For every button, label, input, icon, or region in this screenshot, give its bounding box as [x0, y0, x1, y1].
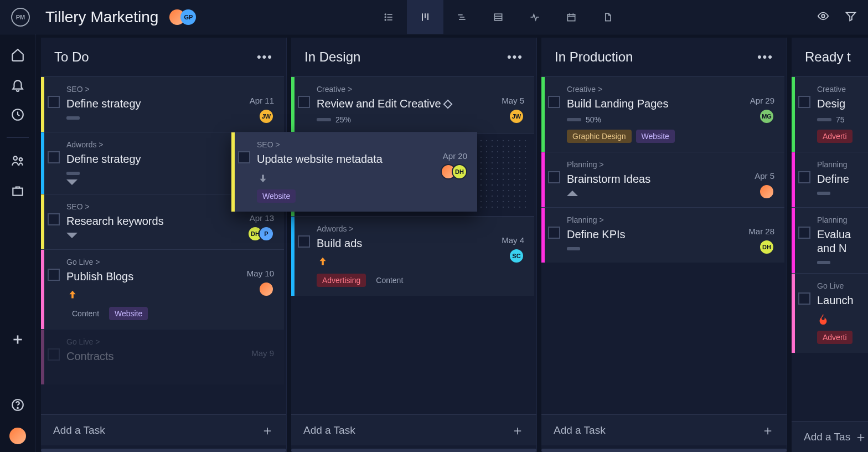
task-checkbox[interactable]	[48, 213, 60, 225]
task-checkbox[interactable]	[48, 151, 60, 163]
column-menu-icon[interactable]: •••	[507, 50, 523, 64]
avatar[interactable]	[259, 281, 274, 297]
assignees[interactable]: JW	[502, 109, 524, 124]
visibility-icon[interactable]	[817, 10, 829, 24]
task-breadcrumb[interactable]: Go Live	[817, 281, 867, 290]
add-task-button[interactable]: Add a Task＋	[41, 414, 286, 445]
brand-badge[interactable]: PM	[11, 8, 30, 27]
tag[interactable]: Website	[109, 307, 148, 320]
tag[interactable]: Adverti	[817, 331, 852, 344]
expand-toggle-icon[interactable]	[567, 191, 578, 196]
add-icon[interactable]	[11, 332, 25, 347]
avatar[interactable]: JW	[509, 109, 524, 124]
add-task-button[interactable]: Add a Task＋	[541, 414, 787, 445]
tag[interactable]: Website	[257, 189, 296, 203]
task-card[interactable]: Planning > Brainstorm Ideas Apr 5	[541, 152, 784, 207]
view-list-icon[interactable]	[370, 0, 407, 34]
task-card[interactable]: Adwords > Build adsAdvertisingContent Ma…	[291, 216, 534, 296]
expand-toggle-icon[interactable]	[66, 179, 78, 185]
avatar[interactable]	[759, 184, 774, 199]
task-title[interactable]: Build Landing Pages	[567, 97, 774, 111]
task-title[interactable]: Define	[817, 172, 867, 186]
task-card[interactable]: Creative > Build Landing Pages50%Graphic…	[541, 76, 784, 152]
task-checkbox[interactable]	[48, 348, 60, 361]
task-title[interactable]: Define strategy	[66, 97, 274, 111]
scrollbar[interactable]	[41, 449, 286, 452]
view-files-icon[interactable]	[590, 0, 626, 34]
column-title[interactable]: In Design	[304, 49, 360, 65]
scrollbar[interactable]	[541, 449, 787, 452]
user-avatar[interactable]	[9, 428, 26, 444]
task-breadcrumb[interactable]: Planning	[817, 215, 867, 224]
task-title[interactable]: Review and Edit Creative	[317, 97, 524, 111]
recent-icon[interactable]	[11, 107, 25, 122]
task-title[interactable]: Evaluaand N	[817, 228, 867, 255]
task-card[interactable]: SEO > Update website metadataWebsite Apr…	[231, 132, 477, 212]
assignees[interactable]	[755, 184, 774, 199]
help-icon[interactable]	[11, 398, 25, 412]
task-title[interactable]: Launch	[817, 294, 867, 307]
scrollbar[interactable]	[291, 449, 536, 452]
task-breadcrumb[interactable]: SEO >	[66, 85, 274, 94]
task-checkbox[interactable]	[48, 269, 60, 281]
view-sheet-icon[interactable]	[480, 0, 516, 34]
task-breadcrumb[interactable]: Planning	[817, 160, 867, 169]
add-task-button[interactable]: Add a Task＋	[291, 414, 536, 445]
tag[interactable]: Graphic Design	[567, 130, 632, 143]
projects-icon[interactable]	[11, 183, 25, 198]
avatar[interactable]: GP	[180, 9, 196, 25]
avatar[interactable]: DH	[759, 239, 774, 255]
avatar[interactable]: MG	[759, 109, 774, 124]
dragging-card[interactable]: SEO > Update website metadataWebsite Apr…	[231, 132, 477, 212]
task-card[interactable]: SEO > Define strategy Apr 11 JW	[41, 76, 284, 132]
assignees[interactable]: DH	[443, 164, 467, 179]
task-breadcrumb[interactable]: Planning >	[567, 215, 774, 224]
task-checkbox[interactable]	[798, 171, 810, 183]
task-card[interactable]: Planning Define	[792, 152, 868, 207]
task-title[interactable]: Brainstorm Ideas	[567, 172, 774, 186]
avatar[interactable]: DH	[452, 164, 467, 179]
home-icon[interactable]	[11, 48, 25, 62]
tag[interactable]: Content	[66, 307, 105, 320]
task-checkbox[interactable]	[798, 227, 810, 239]
add-task-button[interactable]: Add a Tas＋	[792, 421, 868, 452]
view-calendar-icon[interactable]	[553, 0, 590, 34]
filter-icon[interactable]	[845, 10, 857, 24]
assignees[interactable]	[247, 281, 274, 297]
notifications-icon[interactable]	[11, 78, 25, 92]
column-body[interactable]: Creative > Review and Edit Creative25% M…	[291, 76, 536, 414]
project-members[interactable]: GP	[169, 9, 196, 25]
task-card[interactable]: Go Live LaunchAdverti	[792, 273, 868, 353]
task-breadcrumb[interactable]: Planning >	[567, 160, 774, 169]
avatar[interactable]: SC	[509, 248, 524, 264]
view-board-icon[interactable]	[407, 0, 443, 34]
task-card[interactable]: Go Live > Contracts May 9	[41, 329, 284, 384]
column-title[interactable]: In Production	[555, 49, 633, 65]
task-title[interactable]: Publish Blogs	[66, 270, 274, 284]
task-checkbox[interactable]	[548, 227, 560, 239]
task-card[interactable]: Planning Evaluaand N	[792, 207, 868, 273]
assignees[interactable]: MG	[750, 109, 774, 124]
avatar[interactable]: JW	[259, 109, 274, 124]
tag[interactable]: Website	[636, 130, 675, 143]
task-checkbox[interactable]	[548, 171, 560, 183]
task-card[interactable]: Planning > Define KPIs Mar 28 DH	[541, 207, 784, 263]
task-breadcrumb[interactable]: Go Live >	[66, 337, 274, 346]
tag[interactable]: Advertising	[317, 274, 366, 287]
task-breadcrumb[interactable]: Adwords >	[317, 224, 524, 233]
task-title[interactable]: Contracts	[66, 350, 274, 363]
column-title[interactable]: Ready t	[805, 49, 851, 65]
expand-toggle-icon[interactable]	[66, 233, 78, 238]
task-checkbox[interactable]	[48, 96, 60, 108]
task-title[interactable]: Build ads	[317, 237, 524, 250]
task-checkbox[interactable]	[238, 151, 250, 163]
column-menu-icon[interactable]: •••	[257, 50, 273, 64]
assignees[interactable]: SC	[502, 248, 524, 264]
task-title[interactable]: Desig	[817, 97, 867, 111]
tag[interactable]: Content	[370, 274, 409, 287]
assignees[interactable]: DH	[748, 239, 774, 255]
column-menu-icon[interactable]: •••	[757, 50, 773, 64]
task-title[interactable]: Update website metadata	[257, 152, 467, 166]
task-breadcrumb[interactable]: Creative >	[567, 85, 774, 94]
task-breadcrumb[interactable]: SEO >	[257, 140, 467, 149]
